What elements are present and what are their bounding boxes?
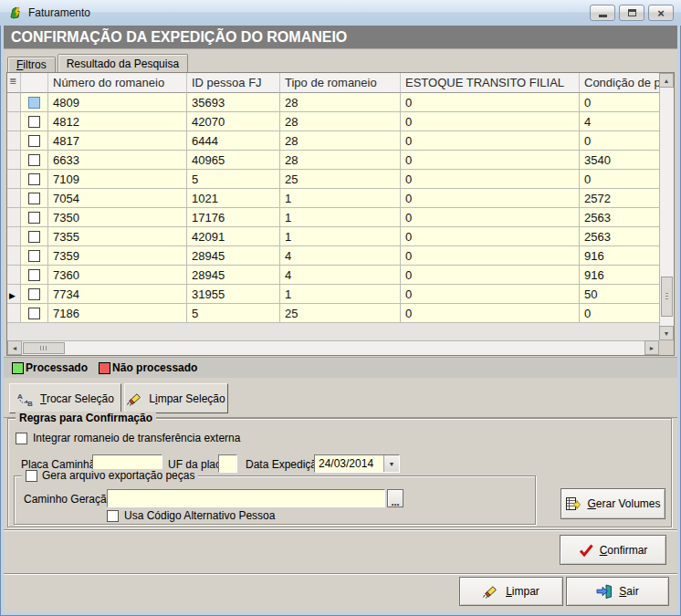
horizontal-scroll-thumb[interactable] [23, 342, 65, 354]
grid-cell[interactable]: 28 [280, 112, 401, 131]
data-expedicao-combobox[interactable]: 24/03/2014 ▼ [314, 454, 400, 473]
row-checkbox[interactable] [28, 116, 40, 128]
row-checkbox[interactable] [28, 308, 40, 319]
restore-button[interactable] [619, 5, 644, 21]
grid-cell[interactable]: 2572 [580, 189, 659, 208]
grid-cell[interactable]: 0 [580, 170, 659, 189]
grid-cell[interactable]: 28945 [187, 246, 280, 266]
row-checkbox[interactable] [28, 212, 40, 224]
grid-cell[interactable]: 7355 [48, 227, 187, 246]
limpar-button[interactable]: Limpar [459, 577, 563, 606]
grid-cell[interactable]: 0 [401, 246, 580, 266]
integrar-checkbox[interactable] [16, 433, 27, 444]
grid-cell[interactable]: 0 [401, 170, 580, 189]
row-checkbox[interactable] [28, 250, 40, 262]
grid-cell[interactable]: 50 [580, 285, 659, 304]
col-header-condicao[interactable]: Condição de pa [580, 73, 659, 93]
grid-cell[interactable]: 2563 [580, 227, 659, 246]
grid-cell[interactable]: 40965 [187, 151, 280, 170]
grid-cell[interactable]: 4812 [48, 112, 187, 131]
grid-cell[interactable]: 25 [280, 304, 401, 323]
grid-cell[interactable]: 7359 [48, 246, 187, 266]
grid-cell[interactable]: 42070 [187, 112, 280, 131]
row-checkbox[interactable] [28, 193, 40, 204]
grid-cell[interactable]: 1021 [187, 189, 280, 208]
grid-row[interactable]: ▶7734319551050 [7, 285, 659, 304]
scroll-up-icon[interactable]: ▲ [659, 73, 674, 88]
row-checkbox[interactable] [28, 269, 40, 281]
grid-cell[interactable]: 4 [280, 266, 401, 285]
minimize-button[interactable] [590, 5, 615, 21]
grid-cell[interactable]: 4 [280, 246, 401, 266]
scroll-left-icon[interactable]: ◄ [7, 340, 22, 355]
vertical-scroll-thumb[interactable] [661, 277, 673, 317]
grid-cell[interactable]: 5 [187, 170, 280, 189]
grid-cell[interactable]: 7186 [48, 304, 187, 323]
row-checkbox[interactable] [28, 288, 40, 300]
grid-cell[interactable]: 0 [580, 304, 659, 323]
browse-button[interactable]: ... [387, 489, 403, 507]
grid-cell[interactable]: 7350 [48, 208, 187, 227]
grid-header-checkbox-col[interactable] [21, 73, 48, 93]
grid-cell[interactable]: 0 [401, 266, 580, 285]
close-button[interactable]: × [648, 5, 674, 21]
grid-row[interactable]: 70541021102572 [7, 189, 659, 208]
grid-cell[interactable]: 0 [401, 151, 580, 170]
uf-placa-input[interactable] [218, 454, 237, 473]
grid-cell[interactable]: 4809 [48, 93, 187, 112]
grid-cell[interactable]: 7054 [48, 189, 187, 208]
row-checkbox[interactable] [28, 173, 40, 185]
grid-selector-icon[interactable]: ≣ [7, 73, 21, 93]
grid-row[interactable]: 4809356932800 [7, 93, 659, 112]
grid-cell[interactable]: 28 [280, 151, 401, 170]
gera-arquivo-checkbox[interactable] [26, 470, 37, 482]
grid-cell[interactable]: 0 [401, 227, 580, 246]
grid-row[interactable]: 6633409652803540 [7, 151, 659, 170]
grid-row[interactable]: 718652500 [7, 304, 659, 323]
grid-cell[interactable]: 31955 [187, 285, 280, 304]
grid-cell[interactable]: 17176 [187, 208, 280, 227]
grid-cell[interactable]: 5 [187, 304, 280, 323]
grid-row[interactable]: 73602894540916 [7, 266, 659, 285]
grid-cell[interactable]: 0 [401, 285, 580, 304]
grid-cell[interactable]: 7360 [48, 266, 187, 285]
grid-cell[interactable]: 3540 [580, 151, 659, 170]
row-checkbox[interactable] [28, 154, 40, 166]
grid-cell[interactable]: 6633 [48, 151, 187, 170]
tab-filtros[interactable]: Filtros [7, 57, 56, 73]
grid-cell[interactable]: 0 [401, 304, 580, 323]
grid-cell[interactable]: 1 [280, 189, 401, 208]
grid-cell[interactable]: 916 [580, 266, 659, 285]
confirmar-button[interactable]: Confirmar [560, 535, 666, 565]
grid-cell[interactable]: 28 [280, 93, 401, 112]
col-header-tipo-romaneio[interactable]: Tipo de romaneio [280, 73, 401, 93]
row-checkbox[interactable] [28, 231, 40, 243]
col-header-estoque-transito[interactable]: ESTOQUE TRANSITO FILIAL [401, 73, 580, 93]
grid-cell[interactable]: 28 [280, 131, 401, 151]
grid-cell[interactable]: 1 [280, 208, 401, 227]
grid-cell[interactable]: 0 [401, 208, 580, 227]
scroll-right-icon[interactable]: ► [644, 340, 659, 355]
grid-cell[interactable]: 4 [580, 112, 659, 131]
grid-cell[interactable]: 0 [401, 131, 580, 151]
grid-cell[interactable]: 0 [401, 93, 580, 112]
grid-cell[interactable]: 0 [580, 93, 659, 112]
sair-button[interactable]: Sair [566, 577, 669, 606]
app-icon[interactable] [8, 5, 23, 20]
grid-cell[interactable]: 1 [280, 227, 401, 246]
vertical-scrollbar[interactable]: ▲ ▼ [659, 73, 674, 340]
grid-cell[interactable]: 28945 [187, 266, 280, 285]
gerar-volumes-button[interactable]: Gerar Volumes [561, 488, 665, 519]
row-checkbox[interactable] [28, 135, 40, 147]
grid-row[interactable]: 710952500 [7, 170, 659, 189]
grid-row[interactable]: 73592894540916 [7, 246, 659, 266]
grid-cell[interactable]: 7734 [48, 285, 187, 304]
grid-cell[interactable]: 1 [280, 285, 401, 304]
grid-cell[interactable]: 42091 [187, 227, 280, 246]
col-header-numero-romaneio[interactable]: Número do romaneio [48, 73, 187, 93]
trocar-selecao-button[interactable]: A B Trocar Seleção [9, 383, 121, 413]
limpar-selecao-button[interactable]: Limpar Seleção [124, 383, 228, 413]
grid-cell[interactable]: 4817 [48, 131, 187, 151]
col-header-id-pessoa[interactable]: ID pessoa FJ [187, 73, 280, 93]
grid-cell[interactable]: 6444 [187, 131, 280, 151]
